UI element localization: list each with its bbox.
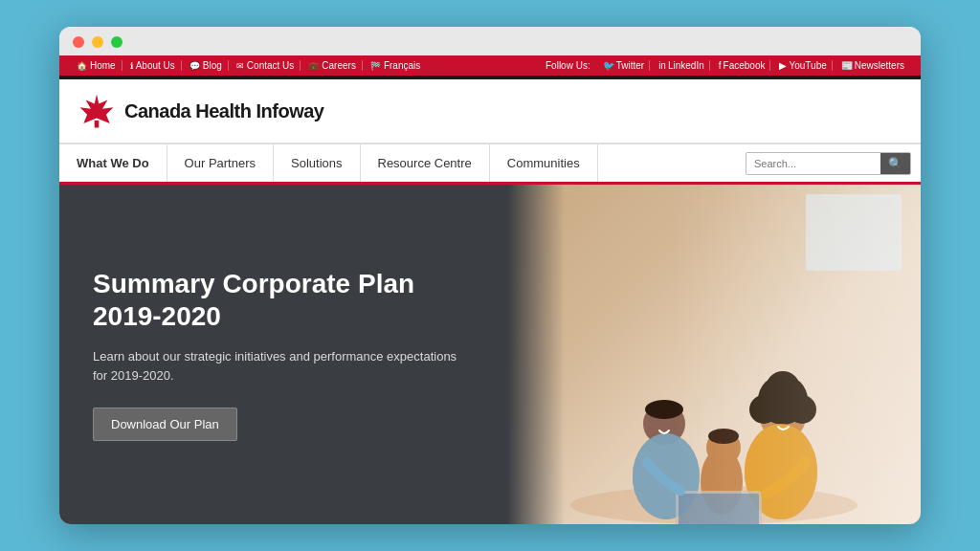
nav-francais-label: Français: [384, 60, 420, 71]
hero-title: Summary Corporate Plan 2019-2020: [93, 268, 474, 332]
youtube-icon: ▶: [779, 60, 787, 71]
nav-francais[interactable]: 🏁 Français: [365, 60, 426, 71]
newsletters-label: Newsletters: [855, 60, 904, 71]
top-nav-left: 🏠 Home ℹ About Us 💬 Blog ✉ Contact Us 💼: [71, 60, 426, 71]
logo-brand-bold: Infoway: [256, 100, 323, 121]
mail-icon: ✉: [236, 61, 244, 71]
search-button[interactable]: 🔍: [880, 153, 910, 174]
minimize-dot[interactable]: [92, 36, 103, 48]
nav-search-area: 🔍: [736, 144, 921, 182]
social-newsletters[interactable]: 📰 Newsletters: [836, 60, 909, 71]
twitter-icon: 🐦: [603, 60, 614, 71]
browser-window: 🏠 Home ℹ About Us 💬 Blog ✉ Contact Us 💼: [59, 27, 921, 524]
home-icon: 🏠: [77, 61, 87, 71]
nav-careers[interactable]: 💼 Careers: [302, 60, 363, 71]
hero-image-area: [507, 185, 921, 524]
youtube-label: YouTube: [789, 60, 826, 71]
social-youtube[interactable]: ▶ YouTube: [774, 60, 832, 71]
nav-what-we-do[interactable]: What We Do: [59, 144, 167, 182]
nav-home[interactable]: 🏠 Home: [71, 60, 122, 71]
search-box: 🔍: [746, 152, 911, 175]
francais-icon: 🏁: [370, 61, 381, 71]
nav-blog[interactable]: 💬 Blog: [184, 60, 229, 71]
hero-fade-overlay: [507, 185, 565, 524]
logo-area: Canada Health Infoway: [59, 79, 921, 143]
twitter-label: Twitter: [616, 60, 644, 71]
browser-content: 🏠 Home ℹ About Us 💬 Blog ✉ Contact Us 💼: [59, 55, 921, 524]
newsletters-icon: 📰: [841, 60, 853, 71]
hero-subtitle: Learn about our strategic initiatives an…: [93, 347, 474, 385]
svg-rect-0: [95, 121, 100, 128]
info-icon: ℹ: [130, 61, 133, 71]
maple-leaf-icon: [78, 93, 115, 129]
hero-left-content: Summary Corporate Plan 2019-2020 Learn a…: [59, 185, 507, 524]
nav-solutions[interactable]: Solutions: [274, 144, 360, 182]
linkedin-icon: in: [658, 60, 666, 71]
follow-label: Follow Us:: [546, 60, 590, 71]
hero-image: [507, 185, 921, 524]
top-navigation-bar: 🏠 Home ℹ About Us 💬 Blog ✉ Contact Us 💼: [59, 55, 921, 76]
browser-chrome: [59, 27, 921, 55]
nav-communities[interactable]: Communities: [490, 144, 598, 182]
nav-blog-label: Blog: [203, 60, 222, 71]
nav-careers-label: Careers: [322, 60, 356, 71]
top-nav-right: Follow Us: 🐦 Twitter in LinkedIn f Faceb…: [546, 60, 909, 71]
close-dot[interactable]: [73, 36, 84, 48]
hero-section: Summary Corporate Plan 2019-2020 Learn a…: [59, 185, 921, 524]
social-twitter[interactable]: 🐦 Twitter: [598, 60, 650, 71]
nav-contact-label: Contact Us: [247, 60, 294, 71]
logo-brand-name: Canada Health: [124, 100, 256, 121]
nav-about-label: About Us: [136, 60, 175, 71]
linkedin-label: LinkedIn: [668, 60, 704, 71]
social-linkedin[interactable]: in LinkedIn: [654, 60, 710, 71]
nav-our-partners[interactable]: Our Partners: [167, 144, 274, 182]
nav-about[interactable]: ℹ About Us: [124, 60, 182, 71]
facebook-label: Facebook: [724, 60, 766, 71]
nav-home-label: Home: [90, 60, 116, 71]
download-plan-button[interactable]: Download Our Plan: [93, 408, 237, 441]
logo-text: Canada Health Infoway: [124, 100, 323, 122]
social-facebook[interactable]: f Facebook: [714, 60, 771, 71]
careers-icon: 💼: [308, 61, 319, 71]
maximize-dot[interactable]: [111, 36, 122, 48]
nav-contact[interactable]: ✉ Contact Us: [231, 60, 301, 71]
blog-icon: 💬: [189, 61, 200, 71]
main-navigation: What We Do Our Partners Solutions Resour…: [59, 143, 921, 185]
facebook-icon: f: [719, 60, 722, 71]
search-input[interactable]: [746, 154, 880, 173]
nav-resource-centre[interactable]: Resource Centre: [361, 144, 490, 182]
